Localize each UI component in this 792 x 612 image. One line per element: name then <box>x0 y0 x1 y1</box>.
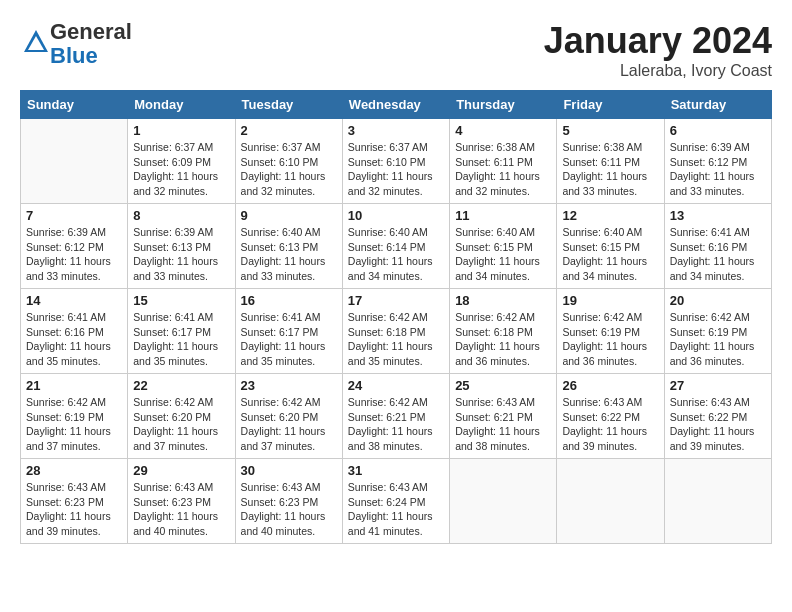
header-wednesday: Wednesday <box>342 91 449 119</box>
day-info: Sunrise: 6:42 AMSunset: 6:20 PMDaylight:… <box>241 395 337 454</box>
logo-icon <box>22 28 50 56</box>
calendar-cell: 19Sunrise: 6:42 AMSunset: 6:19 PMDayligh… <box>557 289 664 374</box>
calendar-table: SundayMondayTuesdayWednesdayThursdayFrid… <box>20 90 772 544</box>
day-info: Sunrise: 6:38 AMSunset: 6:11 PMDaylight:… <box>562 140 658 199</box>
calendar-cell: 15Sunrise: 6:41 AMSunset: 6:17 PMDayligh… <box>128 289 235 374</box>
day-info: Sunrise: 6:41 AMSunset: 6:16 PMDaylight:… <box>670 225 766 284</box>
calendar-cell: 14Sunrise: 6:41 AMSunset: 6:16 PMDayligh… <box>21 289 128 374</box>
day-info: Sunrise: 6:42 AMSunset: 6:19 PMDaylight:… <box>26 395 122 454</box>
day-info: Sunrise: 6:37 AMSunset: 6:10 PMDaylight:… <box>348 140 444 199</box>
calendar-week-4: 21Sunrise: 6:42 AMSunset: 6:19 PMDayligh… <box>21 374 772 459</box>
day-info: Sunrise: 6:39 AMSunset: 6:13 PMDaylight:… <box>133 225 229 284</box>
logo-general-text: General <box>50 19 132 44</box>
calendar-header-row: SundayMondayTuesdayWednesdayThursdayFrid… <box>21 91 772 119</box>
calendar-cell: 26Sunrise: 6:43 AMSunset: 6:22 PMDayligh… <box>557 374 664 459</box>
location: Laleraba, Ivory Coast <box>544 62 772 80</box>
day-info: Sunrise: 6:37 AMSunset: 6:10 PMDaylight:… <box>241 140 337 199</box>
header-monday: Monday <box>128 91 235 119</box>
day-info: Sunrise: 6:43 AMSunset: 6:21 PMDaylight:… <box>455 395 551 454</box>
page-header: General Blue January 2024 Laleraba, Ivor… <box>20 20 772 80</box>
calendar-cell: 6Sunrise: 6:39 AMSunset: 6:12 PMDaylight… <box>664 119 771 204</box>
day-info: Sunrise: 6:43 AMSunset: 6:23 PMDaylight:… <box>133 480 229 539</box>
day-number: 12 <box>562 208 658 223</box>
logo: General Blue <box>20 20 132 68</box>
day-number: 20 <box>670 293 766 308</box>
calendar-cell: 18Sunrise: 6:42 AMSunset: 6:18 PMDayligh… <box>450 289 557 374</box>
calendar-cell <box>450 459 557 544</box>
day-number: 28 <box>26 463 122 478</box>
day-number: 14 <box>26 293 122 308</box>
day-number: 19 <box>562 293 658 308</box>
calendar-cell: 5Sunrise: 6:38 AMSunset: 6:11 PMDaylight… <box>557 119 664 204</box>
day-info: Sunrise: 6:39 AMSunset: 6:12 PMDaylight:… <box>26 225 122 284</box>
day-number: 6 <box>670 123 766 138</box>
calendar-cell: 23Sunrise: 6:42 AMSunset: 6:20 PMDayligh… <box>235 374 342 459</box>
calendar-cell: 28Sunrise: 6:43 AMSunset: 6:23 PMDayligh… <box>21 459 128 544</box>
header-sunday: Sunday <box>21 91 128 119</box>
calendar-week-2: 7Sunrise: 6:39 AMSunset: 6:12 PMDaylight… <box>21 204 772 289</box>
day-info: Sunrise: 6:39 AMSunset: 6:12 PMDaylight:… <box>670 140 766 199</box>
calendar-cell: 4Sunrise: 6:38 AMSunset: 6:11 PMDaylight… <box>450 119 557 204</box>
day-info: Sunrise: 6:43 AMSunset: 6:23 PMDaylight:… <box>26 480 122 539</box>
calendar-cell: 9Sunrise: 6:40 AMSunset: 6:13 PMDaylight… <box>235 204 342 289</box>
day-number: 9 <box>241 208 337 223</box>
header-saturday: Saturday <box>664 91 771 119</box>
day-number: 16 <box>241 293 337 308</box>
calendar-cell: 24Sunrise: 6:42 AMSunset: 6:21 PMDayligh… <box>342 374 449 459</box>
calendar-cell: 7Sunrise: 6:39 AMSunset: 6:12 PMDaylight… <box>21 204 128 289</box>
day-info: Sunrise: 6:42 AMSunset: 6:19 PMDaylight:… <box>670 310 766 369</box>
day-info: Sunrise: 6:40 AMSunset: 6:15 PMDaylight:… <box>455 225 551 284</box>
day-number: 11 <box>455 208 551 223</box>
day-number: 4 <box>455 123 551 138</box>
title-block: January 2024 Laleraba, Ivory Coast <box>544 20 772 80</box>
day-number: 3 <box>348 123 444 138</box>
day-info: Sunrise: 6:42 AMSunset: 6:20 PMDaylight:… <box>133 395 229 454</box>
calendar-cell: 3Sunrise: 6:37 AMSunset: 6:10 PMDaylight… <box>342 119 449 204</box>
day-info: Sunrise: 6:40 AMSunset: 6:13 PMDaylight:… <box>241 225 337 284</box>
day-info: Sunrise: 6:43 AMSunset: 6:23 PMDaylight:… <box>241 480 337 539</box>
day-number: 30 <box>241 463 337 478</box>
logo-blue-text: Blue <box>50 43 98 68</box>
day-info: Sunrise: 6:43 AMSunset: 6:24 PMDaylight:… <box>348 480 444 539</box>
day-number: 1 <box>133 123 229 138</box>
calendar-cell <box>557 459 664 544</box>
calendar-week-5: 28Sunrise: 6:43 AMSunset: 6:23 PMDayligh… <box>21 459 772 544</box>
calendar-cell: 20Sunrise: 6:42 AMSunset: 6:19 PMDayligh… <box>664 289 771 374</box>
day-number: 13 <box>670 208 766 223</box>
day-number: 27 <box>670 378 766 393</box>
day-info: Sunrise: 6:43 AMSunset: 6:22 PMDaylight:… <box>670 395 766 454</box>
day-number: 5 <box>562 123 658 138</box>
header-tuesday: Tuesday <box>235 91 342 119</box>
calendar-week-1: 1Sunrise: 6:37 AMSunset: 6:09 PMDaylight… <box>21 119 772 204</box>
calendar-cell: 8Sunrise: 6:39 AMSunset: 6:13 PMDaylight… <box>128 204 235 289</box>
calendar-cell: 11Sunrise: 6:40 AMSunset: 6:15 PMDayligh… <box>450 204 557 289</box>
day-info: Sunrise: 6:40 AMSunset: 6:15 PMDaylight:… <box>562 225 658 284</box>
calendar-cell: 31Sunrise: 6:43 AMSunset: 6:24 PMDayligh… <box>342 459 449 544</box>
day-number: 26 <box>562 378 658 393</box>
calendar-cell: 29Sunrise: 6:43 AMSunset: 6:23 PMDayligh… <box>128 459 235 544</box>
calendar-cell <box>21 119 128 204</box>
calendar-cell: 25Sunrise: 6:43 AMSunset: 6:21 PMDayligh… <box>450 374 557 459</box>
day-info: Sunrise: 6:38 AMSunset: 6:11 PMDaylight:… <box>455 140 551 199</box>
day-number: 17 <box>348 293 444 308</box>
day-info: Sunrise: 6:41 AMSunset: 6:16 PMDaylight:… <box>26 310 122 369</box>
month-title: January 2024 <box>544 20 772 62</box>
calendar-cell: 2Sunrise: 6:37 AMSunset: 6:10 PMDaylight… <box>235 119 342 204</box>
day-number: 24 <box>348 378 444 393</box>
calendar-cell: 27Sunrise: 6:43 AMSunset: 6:22 PMDayligh… <box>664 374 771 459</box>
day-info: Sunrise: 6:42 AMSunset: 6:18 PMDaylight:… <box>455 310 551 369</box>
calendar-cell: 22Sunrise: 6:42 AMSunset: 6:20 PMDayligh… <box>128 374 235 459</box>
day-number: 2 <box>241 123 337 138</box>
day-number: 7 <box>26 208 122 223</box>
day-number: 21 <box>26 378 122 393</box>
calendar-cell <box>664 459 771 544</box>
day-number: 15 <box>133 293 229 308</box>
calendar-week-3: 14Sunrise: 6:41 AMSunset: 6:16 PMDayligh… <box>21 289 772 374</box>
calendar-cell: 13Sunrise: 6:41 AMSunset: 6:16 PMDayligh… <box>664 204 771 289</box>
header-thursday: Thursday <box>450 91 557 119</box>
day-info: Sunrise: 6:41 AMSunset: 6:17 PMDaylight:… <box>241 310 337 369</box>
day-number: 22 <box>133 378 229 393</box>
calendar-cell: 30Sunrise: 6:43 AMSunset: 6:23 PMDayligh… <box>235 459 342 544</box>
day-info: Sunrise: 6:42 AMSunset: 6:19 PMDaylight:… <box>562 310 658 369</box>
day-info: Sunrise: 6:42 AMSunset: 6:18 PMDaylight:… <box>348 310 444 369</box>
